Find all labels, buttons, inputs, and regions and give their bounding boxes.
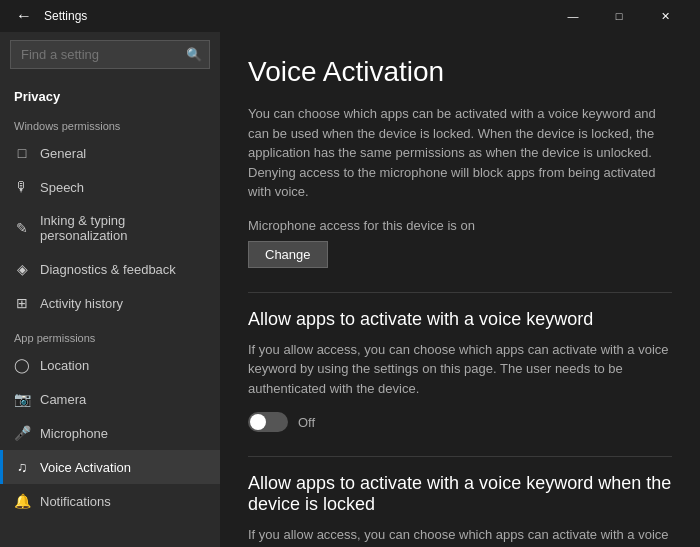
search-box: 🔍 [10, 40, 210, 69]
window-controls: — □ ✕ [550, 0, 688, 32]
section2-title: Allow apps to activate with a voice keyw… [248, 473, 672, 515]
content-area: Voice Activation You can choose which ap… [220, 32, 700, 547]
sidebar-item-camera[interactable]: 📷 Camera [0, 382, 220, 416]
sidebar-item-voice-activation[interactable]: ♫ Voice Activation [0, 450, 220, 484]
app-permissions-label: App permissions [0, 320, 220, 348]
sidebar-item-microphone[interactable]: 🎤 Microphone [0, 416, 220, 450]
section2-desc: If you allow access, you can choose whic… [248, 525, 672, 547]
divider-2 [248, 456, 672, 457]
voice-activation-icon: ♫ [14, 459, 30, 475]
sidebar-item-label: Location [40, 358, 89, 373]
inking-icon: ✎ [14, 220, 30, 236]
mic-status: Microphone access for this device is on [248, 218, 672, 233]
main-layout: 🔍 Privacy Windows permissions □ General … [0, 32, 700, 547]
sidebar-item-speech[interactable]: 🎙 Speech [0, 170, 220, 204]
section1-title: Allow apps to activate with a voice keyw… [248, 309, 672, 330]
section1-toggle[interactable] [248, 412, 288, 432]
diagnostics-icon: ◈ [14, 261, 30, 277]
location-icon: ◯ [14, 357, 30, 373]
back-button[interactable]: ← [12, 4, 36, 28]
sidebar-item-label: Activity history [40, 296, 123, 311]
minimize-button[interactable]: — [550, 0, 596, 32]
general-icon: □ [14, 145, 30, 161]
close-button[interactable]: ✕ [642, 0, 688, 32]
speech-icon: 🎙 [14, 179, 30, 195]
section1-toggle-row: Off [248, 412, 672, 432]
sidebar-item-label: Speech [40, 180, 84, 195]
intro-description: You can choose which apps can be activat… [248, 104, 672, 202]
activity-icon: ⊞ [14, 295, 30, 311]
search-icon: 🔍 [186, 47, 202, 62]
sidebar-item-inking[interactable]: ✎ Inking & typing personalization [0, 204, 220, 252]
notifications-icon: 🔔 [14, 493, 30, 509]
window-title: Settings [44, 9, 87, 23]
page-title: Voice Activation [248, 56, 672, 88]
sidebar-item-label: Inking & typing personalization [40, 213, 206, 243]
sidebar-item-label: Microphone [40, 426, 108, 441]
sidebar-item-diagnostics[interactable]: ◈ Diagnostics & feedback [0, 252, 220, 286]
microphone-icon: 🎤 [14, 425, 30, 441]
sidebar-item-label: Voice Activation [40, 460, 131, 475]
sidebar-item-location[interactable]: ◯ Location [0, 348, 220, 382]
search-input[interactable] [10, 40, 210, 69]
maximize-button[interactable]: □ [596, 0, 642, 32]
sidebar-item-activity[interactable]: ⊞ Activity history [0, 286, 220, 320]
sidebar-item-label: General [40, 146, 86, 161]
sidebar-item-label: Notifications [40, 494, 111, 509]
title-bar: ← Settings — □ ✕ [0, 0, 700, 32]
sidebar-item-label: Camera [40, 392, 86, 407]
section1-toggle-label: Off [298, 415, 315, 430]
privacy-label: Privacy [0, 77, 220, 108]
sidebar-item-label: Diagnostics & feedback [40, 262, 176, 277]
sidebar-item-notifications[interactable]: 🔔 Notifications [0, 484, 220, 518]
sidebar: 🔍 Privacy Windows permissions □ General … [0, 32, 220, 547]
windows-permissions-label: Windows permissions [0, 108, 220, 136]
sidebar-item-general[interactable]: □ General [0, 136, 220, 170]
divider-1 [248, 292, 672, 293]
change-button[interactable]: Change [248, 241, 328, 268]
section1-desc: If you allow access, you can choose whic… [248, 340, 672, 399]
camera-icon: 📷 [14, 391, 30, 407]
